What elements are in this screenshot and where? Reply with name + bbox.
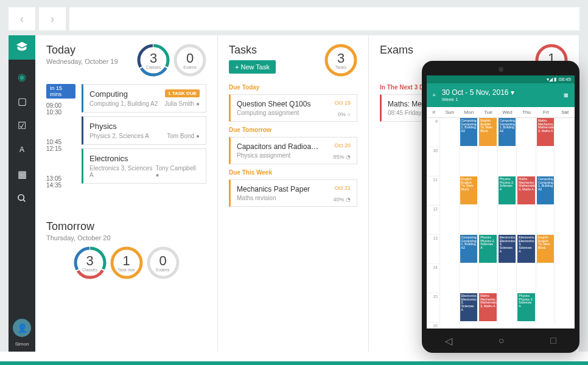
sidebar: ◉ ▢ ☑ A ▦ 👤 Simon: [9, 35, 35, 352]
android-home-icon[interactable]: ○: [499, 335, 505, 347]
tablet-event[interactable]: English English 7a, Main Block: [537, 235, 555, 263]
android-recents-icon[interactable]: □: [550, 335, 556, 347]
tablet-event[interactable]: Computing Computing 1, Building A2: [460, 118, 478, 146]
class-time: 10:4512:15: [46, 139, 68, 152]
tablet-hour-label: 10: [427, 147, 439, 176]
tablet-event[interactable]: Physics Physics 2, Sciences A: [517, 293, 535, 321]
tablet-event[interactable]: Computing Computing 1, Building A2: [499, 118, 516, 146]
back-button[interactable]: ‹: [9, 7, 35, 30]
task-subtitle: Computing assignment: [237, 109, 351, 116]
task-group-label: Due Today: [229, 84, 357, 91]
schedule-icon[interactable]: ▦: [15, 167, 29, 181]
class-time: 09:0010:30: [46, 102, 68, 116]
task-group-label: Due Tomorrow: [229, 127, 357, 133]
task-card[interactable]: Question Sheet Q100s Computing assignmen…: [229, 94, 357, 122]
countdown-pill: In 15 mins: [46, 84, 75, 99]
task-date: Oct 20: [334, 142, 351, 148]
tablet-day-header: Wed: [498, 107, 517, 117]
svg-point-5: [175, 46, 205, 75]
stat-ring: 3Tasks: [324, 44, 357, 77]
tasks-icon[interactable]: ☑: [15, 118, 29, 133]
class-time: 13:0514:35: [46, 175, 68, 189]
tablet-event[interactable]: Maths: Mechanics Mathematics 3, Maths A: [517, 176, 535, 204]
tablet-nav-bar: ◁ ○ □: [422, 335, 579, 347]
svg-point-9: [112, 248, 141, 277]
class-teacher: Tom Bond ●: [167, 133, 200, 139]
task-title: Capacitors and Radioactive De: [237, 142, 351, 151]
tablet-week-title[interactable]: 30 Oct - 5 Nov, 2016: [442, 88, 509, 97]
android-back-icon[interactable]: ◁: [445, 335, 452, 347]
tablet-filter-icon[interactable]: ⤭: [427, 107, 440, 117]
forward-button[interactable]: ›: [39, 7, 66, 30]
stat-ring: 3Classes: [137, 44, 170, 77]
avatar-name: Simon: [15, 341, 29, 347]
class-card[interactable]: 1 TASK DUE Computing Computing 1, Buildi…: [82, 84, 206, 113]
exams-title: Exams: [380, 44, 413, 57]
tablet-day-header: Mon: [460, 107, 479, 117]
svg-point-11: [326, 46, 355, 75]
app-logo[interactable]: [9, 35, 35, 60]
class-name: Electronics: [89, 154, 200, 163]
tablet-day-header: Thu: [517, 107, 536, 117]
stat-ring: 3Classes: [74, 246, 107, 279]
tablet-event[interactable]: Electronics Electronics 3, Sciences A: [499, 235, 516, 263]
new-task-button[interactable]: + New Task: [229, 60, 276, 74]
class-teacher: Tony Campbell ●: [156, 165, 200, 178]
tomorrow-title: Tomorrow: [46, 220, 206, 233]
calendar-icon[interactable]: ▢: [15, 94, 29, 108]
tablet-week-label: Week 1: [442, 97, 514, 102]
exams-icon[interactable]: A: [15, 142, 29, 157]
tablet-hour-label: 15: [427, 293, 439, 322]
tablet-day-header: Sun: [440, 107, 460, 117]
task-group-label: Due This Week: [229, 169, 357, 176]
tablet-event[interactable]: English English 7a, Main Block: [460, 176, 478, 204]
class-teacher: Julia Smith ●: [164, 100, 200, 107]
svg-line-1: [23, 200, 25, 201]
task-date: Oct 21: [334, 185, 351, 191]
search-icon[interactable]: [15, 191, 29, 206]
tablet-event[interactable]: Maths: Mechanics Mathematics 3, Maths A: [537, 118, 555, 146]
tablet-hour-label: 9: [427, 118, 439, 147]
stat-ring: 1Task due: [110, 246, 143, 279]
tablet-event[interactable]: Physics Physics 2, Sciences A: [499, 176, 516, 204]
tablet-hour-label: 11: [427, 176, 439, 206]
footer-bar: [0, 361, 588, 365]
task-progress: 0% ○: [338, 111, 351, 117]
class-card[interactable]: Electronics Electronics 3, Sciences ATon…: [82, 148, 206, 184]
task-card[interactable]: Mechanics Past Paper Maths revision Oct …: [229, 179, 357, 207]
task-title: Mechanics Past Paper: [237, 185, 351, 193]
tablet-status-bar: ▾◢ ▮08:45: [427, 75, 575, 83]
tablet-event[interactable]: Electronics Electronics 3, Sciences A: [460, 293, 478, 321]
class-room: Physics 2, Sciences A: [89, 133, 149, 139]
task-date: Oct 19: [334, 100, 351, 106]
tablet-header: ≡ 30 Oct - 5 Nov, 2016 ▾ Week 1 ▦: [427, 83, 575, 107]
tablet-hour-label: 13: [427, 235, 439, 264]
url-bar[interactable]: [69, 7, 579, 30]
class-card[interactable]: Physics Physics 2, Sciences ATom Bond ●: [82, 116, 206, 145]
stat-ring: 0Exams: [147, 246, 180, 279]
tablet-hour-label: 16: [427, 322, 439, 328]
tomorrow-date: Thursday, October 20: [46, 234, 206, 242]
calendar-picker-icon[interactable]: ▦: [564, 92, 569, 98]
stat-ring: 0Exams: [173, 44, 206, 77]
today-title: Today: [46, 44, 118, 57]
avatar[interactable]: 👤: [13, 319, 31, 337]
today-column: Today Wednesday, October 19 3Classes0Exa…: [35, 35, 218, 352]
tablet-event[interactable]: English English 7a, Main Block: [479, 118, 497, 146]
tablet-day-header: Fri: [536, 107, 556, 117]
class-name: Physics: [89, 122, 200, 131]
task-due-badge: 1 TASK DUE: [165, 89, 200, 97]
task-card[interactable]: Capacitors and Radioactive De Physics as…: [229, 137, 357, 164]
class-room: Computing 1, Building A2: [89, 100, 158, 107]
hamburger-icon[interactable]: ≡: [433, 92, 436, 98]
tablet-event[interactable]: Physics Physics 2, Sciences A: [479, 235, 497, 263]
tasks-column: Tasks + New Task 3Tasks Due Today Questi…: [218, 35, 369, 352]
tablet-event[interactable]: Maths: Mechanics Mathematics 3, Maths A: [479, 293, 497, 321]
svg-point-0: [18, 195, 24, 200]
dashboard-icon[interactable]: ◉: [15, 69, 29, 84]
tablet-event[interactable]: Electronics Electronics 3, Sciences A: [517, 235, 535, 263]
task-progress: 40% ◔: [333, 196, 351, 203]
tasks-title: Tasks: [229, 44, 276, 57]
tablet-event[interactable]: Computing Computing 1, Building A2: [537, 176, 555, 204]
tablet-event[interactable]: Computing Computing 1, Building A2: [460, 235, 478, 263]
